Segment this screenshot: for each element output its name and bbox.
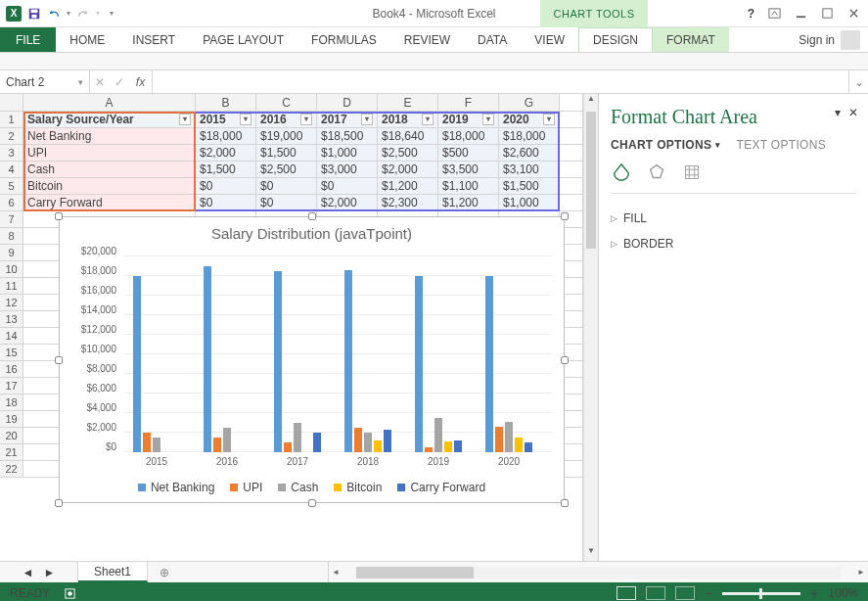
vertical-scrollbar[interactable]: ▲ ▼ (583, 94, 598, 561)
tab-review[interactable]: REVIEW (390, 27, 464, 52)
cell[interactable]: Carry Forward (23, 195, 196, 210)
nav-next-icon[interactable]: ► (44, 566, 56, 579)
close-pane-icon[interactable]: ✕ (848, 106, 858, 119)
name-box[interactable]: Chart 2 ▾ (0, 70, 90, 93)
formula-input[interactable] (153, 70, 848, 93)
cell[interactable]: $0 (256, 178, 317, 194)
cell[interactable]: $1,100 (438, 178, 499, 194)
row-header[interactable]: 1 (0, 112, 23, 128)
cell-header[interactable]: 2019▾ (438, 112, 499, 127)
row-header[interactable]: 21 (0, 444, 23, 461)
cell[interactable]: $0 (256, 195, 317, 210)
bar[interactable] (143, 433, 151, 452)
accordion-fill[interactable]: ▷FILL (611, 206, 856, 231)
bar[interactable] (485, 276, 493, 452)
legend-item[interactable]: Bitcoin (334, 481, 382, 494)
tab-file[interactable]: FILE (0, 27, 56, 52)
filter-dropdown-icon[interactable]: ▾ (300, 114, 312, 125)
cell[interactable]: $1,000 (499, 195, 560, 210)
tab-page-layout[interactable]: PAGE LAYOUT (189, 27, 297, 52)
filter-dropdown-icon[interactable]: ▾ (543, 114, 555, 125)
cell-header[interactable]: 2018▾ (378, 112, 438, 127)
tab-view[interactable]: VIEW (521, 27, 578, 52)
filter-dropdown-icon[interactable]: ▾ (240, 114, 251, 125)
legend-item[interactable]: Carry Forward (397, 481, 485, 494)
row-header[interactable]: 8 (0, 228, 23, 245)
scroll-up-icon[interactable]: ▲ (584, 94, 598, 109)
task-pane-options-icon[interactable]: ▾ (835, 106, 841, 119)
row-header[interactable]: 14 (0, 328, 23, 345)
resize-handle[interactable] (561, 212, 569, 220)
page-layout-view-icon[interactable] (646, 586, 665, 600)
minimize-icon[interactable] (795, 7, 807, 20)
cell[interactable]: $1,500 (196, 162, 256, 177)
zoom-slider[interactable] (722, 592, 800, 595)
row-header[interactable]: 3 (0, 145, 23, 162)
fill-line-icon[interactable] (611, 162, 632, 183)
bar[interactable] (364, 433, 372, 452)
horizontal-scrollbar[interactable]: ◄ ► (328, 562, 868, 582)
bar[interactable] (354, 428, 362, 452)
tab-format[interactable]: FORMAT (653, 27, 729, 52)
row-header[interactable]: 19 (0, 411, 23, 428)
bar[interactable] (374, 440, 382, 452)
cell-header[interactable]: 2017▾ (317, 112, 378, 127)
col-header[interactable]: C (256, 94, 317, 111)
bar[interactable] (213, 438, 221, 452)
macro-record-icon[interactable] (64, 587, 76, 600)
resize-handle[interactable] (308, 212, 316, 220)
bar[interactable] (133, 276, 141, 452)
bar[interactable] (313, 433, 321, 452)
cell[interactable]: $2,500 (378, 145, 438, 161)
cell[interactable]: $2,300 (378, 195, 438, 210)
cell[interactable]: $1,200 (378, 178, 438, 194)
resize-handle[interactable] (561, 499, 569, 507)
col-header[interactable]: D (317, 94, 378, 111)
resize-handle[interactable] (55, 212, 63, 220)
embedded-chart[interactable]: Salary Distribution (javaTpoint) $0$2,00… (59, 216, 565, 503)
cell[interactable]: $2,000 (378, 162, 438, 177)
help-icon[interactable]: ? (748, 7, 754, 21)
bar[interactable] (415, 276, 423, 452)
bar[interactable] (294, 423, 301, 452)
cell[interactable]: $19,000 (256, 128, 317, 144)
row-header[interactable]: 20 (0, 428, 23, 444)
row-header[interactable]: 2 (0, 128, 23, 145)
cell[interactable]: $3,500 (438, 162, 499, 177)
bar[interactable] (525, 442, 532, 452)
filter-dropdown-icon[interactable]: ▾ (422, 114, 434, 125)
cell[interactable]: $18,000 (438, 128, 499, 144)
row-header[interactable]: 11 (0, 278, 23, 295)
zoom-out-icon[interactable]: − (705, 585, 712, 601)
cell[interactable]: $500 (438, 145, 499, 161)
bar[interactable] (344, 270, 352, 452)
chart-legend[interactable]: Net BankingUPICashBitcoinCarry Forward (60, 481, 564, 494)
row-header[interactable]: 17 (0, 378, 23, 394)
cell[interactable]: $1,500 (256, 145, 317, 161)
cell[interactable]: Bitcoin (23, 178, 196, 194)
cell[interactable]: $2,000 (196, 145, 256, 161)
row-header[interactable]: 9 (0, 245, 23, 261)
select-all-corner[interactable] (0, 94, 23, 111)
scroll-thumb[interactable] (586, 112, 596, 249)
tab-text-options[interactable]: TEXT OPTIONS (737, 138, 826, 152)
zoom-in-icon[interactable]: + (810, 585, 818, 601)
row-header[interactable]: 4 (0, 162, 23, 178)
sheet-nav[interactable]: ◄► (0, 562, 78, 582)
cell[interactable]: $1,000 (317, 145, 378, 161)
undo-icon[interactable] (47, 7, 61, 21)
undo-dropdown-icon[interactable]: ▾ (67, 9, 70, 18)
col-header[interactable]: A (23, 94, 196, 111)
row-header[interactable]: 22 (0, 461, 23, 478)
plot-area[interactable]: $0$2,000$4,000$6,000$8,000$10,000$12,000… (77, 256, 552, 451)
qat-customize-icon[interactable]: ▾ (110, 9, 114, 18)
resize-handle[interactable] (308, 499, 316, 507)
cell[interactable]: $3,000 (317, 162, 378, 177)
row-header[interactable]: 10 (0, 261, 23, 278)
cell-header[interactable]: 2020▾ (499, 112, 560, 127)
accordion-border[interactable]: ▷BORDER (611, 231, 856, 256)
bar[interactable] (223, 428, 231, 452)
row-header[interactable]: 5 (0, 178, 23, 195)
cell[interactable]: $1,200 (438, 195, 499, 210)
bar[interactable] (444, 441, 452, 452)
